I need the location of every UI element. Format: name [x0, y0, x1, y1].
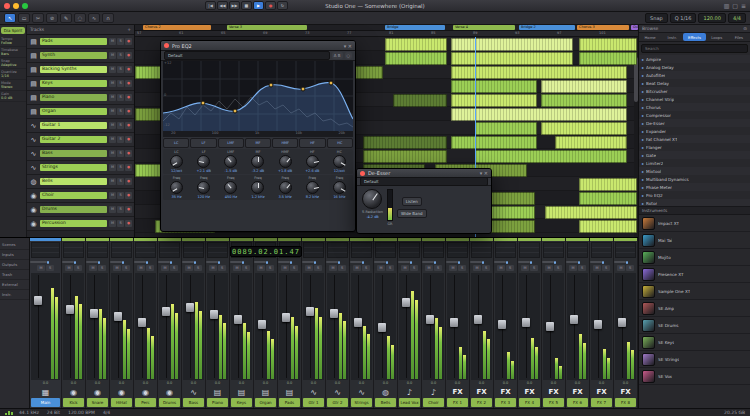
audio-clip[interactable] [385, 38, 447, 51]
mute-button[interactable]: M [593, 265, 601, 271]
solo-button[interactable]: S [386, 265, 394, 271]
inspector-value[interactable]: 0.0 dB [1, 96, 25, 100]
band-toggle-lmf[interactable]: LMF [218, 138, 244, 148]
fader-handle[interactable] [474, 315, 482, 324]
effect-item[interactable]: ▸Limiter2 [639, 159, 750, 167]
mute-button[interactable]: M [209, 265, 217, 271]
freq-knob-dial[interactable] [279, 181, 292, 194]
track-header[interactable]: ◉PercussionMS● [27, 217, 134, 231]
band-toggle-mf[interactable]: MF [245, 138, 271, 148]
solo-button[interactable]: S [117, 164, 124, 171]
fader-handle[interactable] [258, 320, 266, 329]
pan-knob[interactable] [386, 261, 388, 264]
audio-clip[interactable] [579, 52, 637, 65]
solo-button[interactable]: S [410, 265, 418, 271]
insert-slots[interactable] [519, 242, 540, 258]
effect-item[interactable]: ▸Channel Strip [639, 95, 750, 103]
pan-knob[interactable] [434, 261, 436, 264]
effect-item[interactable]: ▸Rotor [639, 199, 750, 207]
pin-icon[interactable]: ⊙ [743, 26, 747, 31]
solo-button[interactable]: S [117, 38, 124, 45]
solo-button[interactable]: S [458, 265, 466, 271]
solo-button[interactable]: S [117, 122, 124, 129]
record-arm-button[interactable]: ● [125, 52, 132, 59]
track-header[interactable]: ∿Guitar 1MS● [27, 119, 134, 133]
transport-time-display[interactable]: 0089.02.01.47 [230, 246, 302, 257]
proeq-titlebar[interactable]: Pro EQ2 ▾ ✕ [161, 41, 355, 51]
gain-knob-dial[interactable] [333, 155, 346, 168]
audio-clip[interactable] [393, 94, 447, 107]
record-arm-button[interactable]: ● [125, 220, 132, 227]
record-arm-button[interactable]: ● [125, 94, 132, 101]
insert-slots[interactable] [399, 242, 420, 258]
effect-item[interactable]: ▸Mixtool [639, 167, 750, 175]
insert-slots[interactable] [447, 242, 468, 258]
freq-knob-dial[interactable] [306, 181, 319, 194]
solo-button[interactable]: S [117, 52, 124, 59]
freq-knob-dial[interactable] [333, 181, 346, 194]
fader-zone[interactable] [447, 273, 468, 380]
fader-handle[interactable] [546, 322, 554, 331]
mute-button[interactable]: M [521, 265, 529, 271]
fader-handle[interactable] [330, 309, 338, 318]
audio-clip[interactable] [451, 94, 537, 107]
pan-knob[interactable] [242, 261, 244, 264]
mute-button[interactable]: M [401, 265, 409, 271]
section-marker[interactable]: Bridge [385, 25, 445, 30]
solo-button[interactable]: S [266, 265, 274, 271]
bypass-button[interactable]: ○ [345, 52, 353, 59]
audio-clip[interactable] [451, 66, 627, 79]
record-arm-button[interactable]: ● [125, 66, 132, 73]
track-header[interactable]: ▤OrganMS● [27, 105, 134, 119]
mute-button[interactable]: M [109, 206, 116, 213]
ab-compare-button[interactable]: A B [332, 52, 343, 59]
s-reduction-knob[interactable] [362, 189, 382, 209]
arrow-tool[interactable]: ↖ [4, 13, 16, 23]
audio-clip[interactable] [555, 136, 627, 149]
record-arm-button[interactable]: ● [125, 80, 132, 87]
fader-zone[interactable] [399, 273, 420, 380]
solo-button[interactable]: S [117, 66, 124, 73]
freq-knob-dial[interactable] [170, 181, 183, 194]
insert-slots[interactable] [375, 242, 396, 258]
channel-strip[interactable]: MS0.0◉HiHat [110, 238, 134, 408]
mute-button[interactable]: M [425, 265, 433, 271]
mute-button[interactable]: M [109, 192, 116, 199]
tab-instr[interactable]: Instr. [661, 33, 683, 41]
instrument-item[interactable]: Presence XT [639, 266, 750, 283]
track-header[interactable]: ◉ChoirMS● [27, 189, 134, 203]
mixer-tab-external[interactable]: External [0, 280, 29, 290]
preset-selector[interactable]: Default [360, 177, 488, 186]
fader-zone[interactable] [591, 273, 612, 380]
quantize-selector[interactable]: Q 1/16 [670, 13, 697, 23]
solo-button[interactable]: S [117, 206, 124, 213]
fader-zone[interactable] [519, 273, 540, 380]
solo-button[interactable]: S [122, 265, 130, 271]
fader-zone[interactable] [183, 273, 204, 380]
stop-button[interactable]: ■ [241, 1, 252, 10]
gain-knob-dial[interactable] [306, 155, 319, 168]
fader-zone[interactable] [495, 273, 516, 380]
fader-handle[interactable] [90, 309, 98, 318]
audio-clip[interactable] [363, 136, 447, 149]
pan-knob[interactable] [410, 261, 412, 264]
solo-button[interactable]: S [314, 265, 322, 271]
audio-clip[interactable] [451, 52, 573, 65]
pan-knob[interactable] [47, 261, 49, 264]
insert-slots[interactable] [471, 242, 492, 258]
insert-slots[interactable] [327, 242, 348, 258]
listen-tool[interactable]: ∩ [102, 13, 114, 23]
solo-button[interactable]: S [506, 265, 514, 271]
mixer-tab-outputs[interactable]: Outputs [0, 260, 29, 270]
pan-knob[interactable] [578, 261, 580, 264]
insert-slots[interactable] [111, 242, 132, 258]
record-arm-button[interactable]: ● [125, 38, 132, 45]
mute-tool[interactable]: ◌ [74, 13, 86, 23]
freq-knob-dial[interactable] [251, 181, 264, 194]
instrument-item[interactable]: SE Strings [639, 351, 750, 368]
fader-handle[interactable] [354, 318, 362, 327]
mute-button[interactable]: M [329, 265, 337, 271]
titlebar-icon-0[interactable]: ▥ [724, 2, 730, 9]
channel-strip[interactable]: MS0.0◍Bells [374, 238, 398, 408]
inspector-value[interactable]: Bars [1, 52, 25, 56]
